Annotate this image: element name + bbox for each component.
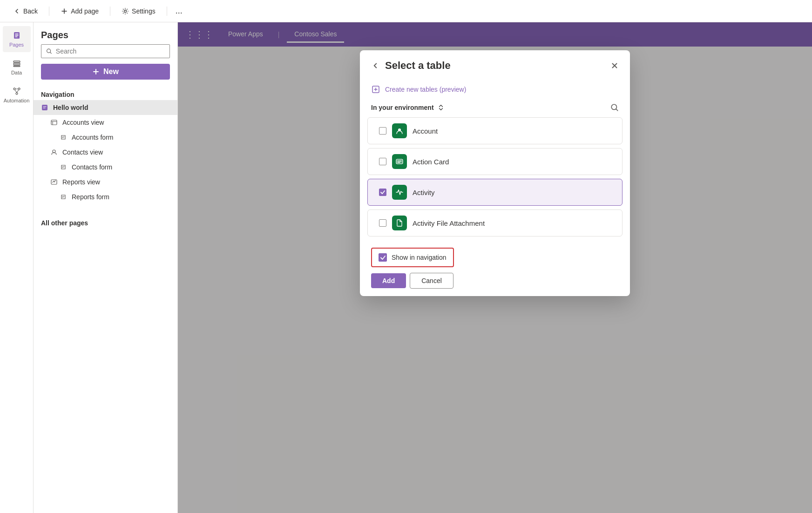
all-other-pages-label: All other pages	[34, 216, 177, 229]
sidebar-item-data[interactable]: Data	[3, 54, 31, 80]
divider3	[167, 7, 167, 16]
nav-item-accounts-form[interactable]: Accounts form	[34, 130, 177, 145]
accounts-form-icon	[60, 134, 67, 141]
contacts-form-icon	[60, 163, 67, 171]
sidebar: Pages Data Automation	[0, 22, 34, 513]
add-page-label: Add page	[71, 7, 99, 15]
svg-rect-4	[14, 66, 20, 67]
new-button-label: New	[103, 68, 119, 76]
table-item-activity[interactable]: Activity	[367, 179, 623, 206]
modal-back-button[interactable]	[371, 61, 379, 70]
show-in-navigation-row[interactable]: Show in navigation	[371, 248, 454, 267]
activity-label: Activity	[413, 189, 435, 196]
modal-back-icon	[371, 61, 379, 70]
select-table-modal: Select a table Create new tables (previe	[360, 50, 630, 296]
table-item-activity-file[interactable]: Activity File Attachment	[367, 209, 623, 236]
activity-table-icon	[395, 188, 404, 197]
add-button[interactable]: Add	[371, 273, 406, 288]
nav-panel: Pages New Navigation Hello world	[34, 22, 178, 513]
modal-close-button[interactable]	[610, 61, 619, 70]
add-page-button[interactable]: Add page	[55, 5, 104, 18]
nav-item-reports-form-label: Reports form	[72, 193, 109, 201]
show-in-navigation-label: Show in navigation	[392, 254, 447, 261]
svg-rect-10	[51, 120, 57, 125]
create-new-label: Create new tables (preview)	[385, 86, 466, 93]
settings-label: Settings	[132, 7, 156, 15]
nav-item-contacts-view-label: Contacts view	[62, 148, 103, 156]
svg-rect-2	[14, 61, 20, 62]
modal-title-row: Select a table	[371, 60, 451, 72]
account-checkbox[interactable]	[379, 127, 386, 135]
env-search-icon[interactable]	[610, 103, 619, 112]
nav-item-reports-form[interactable]: Reports form	[34, 189, 177, 204]
divider2	[110, 7, 110, 16]
reports-form-icon	[60, 193, 67, 201]
activity-checkbox[interactable]	[379, 189, 386, 196]
nav-item-contacts-view[interactable]: Contacts view	[34, 145, 177, 160]
top-bar: Back Add page Settings ...	[0, 0, 812, 22]
plus-icon	[61, 7, 68, 15]
create-new-tables-link[interactable]: Create new tables (preview)	[360, 79, 630, 100]
svg-rect-3	[14, 63, 20, 65]
search-icon	[46, 48, 52, 54]
action-card-table-icon	[395, 157, 404, 166]
cancel-button[interactable]: Cancel	[410, 273, 453, 289]
activity-file-label: Activity File Attachment	[413, 219, 485, 227]
table-item-action-card[interactable]: Action Card	[367, 148, 623, 175]
search-box[interactable]	[41, 44, 170, 58]
show-nav-checkbox[interactable]	[379, 253, 387, 262]
svg-rect-16	[396, 159, 403, 164]
accounts-view-icon	[50, 119, 58, 126]
new-button[interactable]: New	[41, 64, 170, 80]
sort-icon[interactable]	[438, 104, 444, 111]
nav-item-hello-world[interactable]: Hello world	[34, 100, 177, 115]
back-button[interactable]: Back	[7, 5, 43, 18]
nav-item-accounts-form-label: Accounts form	[72, 134, 113, 141]
environment-row: In your environment	[360, 100, 630, 117]
pages-icon	[12, 31, 21, 40]
sidebar-pages-label: Pages	[9, 42, 24, 47]
more-button[interactable]: ...	[173, 3, 185, 19]
close-icon	[610, 61, 619, 70]
account-icon	[392, 123, 407, 138]
action-card-checkbox[interactable]	[379, 158, 386, 165]
footer-buttons: Add Cancel	[371, 273, 619, 289]
check-icon	[380, 189, 386, 195]
table-list: Account Action Card	[360, 117, 630, 240]
reports-view-icon	[50, 178, 58, 186]
nav-panel-title: Pages	[34, 22, 177, 44]
nav-item-reports-view[interactable]: Reports view	[34, 175, 177, 189]
settings-button[interactable]: Settings	[116, 5, 161, 18]
action-card-icon	[392, 154, 407, 169]
modal-backdrop: Select a table Create new tables (previe	[178, 22, 812, 513]
sidebar-data-label: Data	[11, 70, 22, 75]
data-icon	[12, 59, 21, 68]
sidebar-item-automation[interactable]: Automation	[3, 82, 31, 108]
svg-rect-12	[51, 180, 57, 184]
nav-item-contacts-form-label: Contacts form	[72, 163, 112, 171]
settings-icon	[122, 7, 129, 15]
account-label: Account	[413, 127, 438, 135]
nav-item-accounts-view[interactable]: Accounts view	[34, 115, 177, 130]
back-icon	[13, 7, 20, 15]
create-table-icon	[371, 85, 380, 94]
sidebar-item-pages[interactable]: Pages	[3, 26, 31, 52]
modal-title: Select a table	[385, 60, 451, 72]
modal-header: Select a table	[360, 50, 630, 79]
svg-point-6	[18, 88, 20, 90]
env-text: In your environment	[371, 104, 434, 111]
table-item-account[interactable]: Account	[367, 117, 623, 144]
activity-file-table-icon	[395, 218, 404, 228]
activity-file-checkbox[interactable]	[379, 219, 386, 227]
svg-point-11	[53, 150, 55, 153]
nav-item-contacts-form[interactable]: Contacts form	[34, 160, 177, 175]
action-card-label: Action Card	[413, 158, 449, 166]
sidebar-automation-label: Automation	[4, 98, 30, 103]
search-input[interactable]	[56, 47, 165, 55]
content-area: ⋮⋮⋮ Power Apps | Contoso Sales Select a …	[178, 22, 812, 513]
automation-icon	[12, 87, 21, 96]
back-label: Back	[23, 7, 38, 15]
account-table-icon	[395, 126, 404, 135]
contacts-view-icon	[50, 148, 58, 156]
svg-rect-9	[42, 105, 47, 110]
